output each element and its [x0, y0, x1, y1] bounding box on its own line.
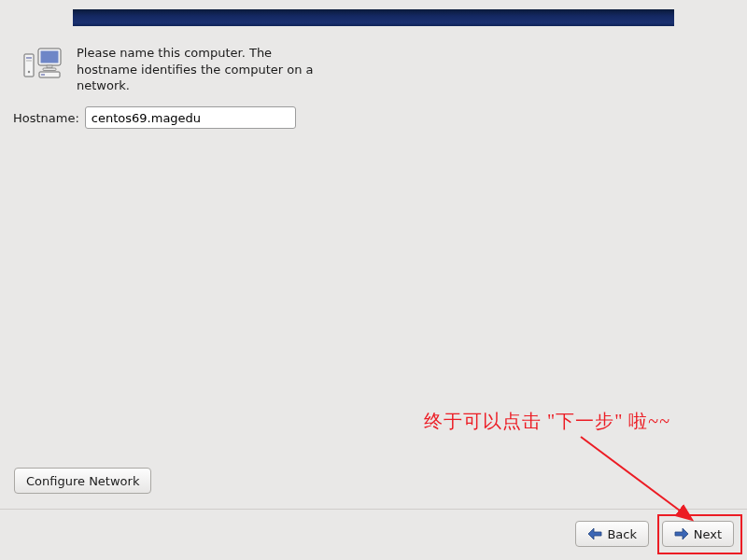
- svg-rect-5: [41, 51, 59, 63]
- svg-rect-2: [26, 60, 32, 62]
- svg-rect-1: [26, 57, 32, 59]
- hostname-label: Hostname:: [13, 111, 79, 125]
- hostname-input[interactable]: [85, 106, 296, 129]
- arrow-left-icon: [587, 527, 602, 540]
- svg-rect-6: [47, 65, 52, 68]
- footer-nav: Back Next: [0, 509, 747, 560]
- back-button-label: Back: [607, 527, 637, 541]
- arrow-right-icon: [674, 527, 689, 540]
- svg-point-3: [28, 71, 30, 73]
- annotation-text: 终于可以点击 "下一步" 啦~~: [424, 409, 670, 434]
- configure-network-button[interactable]: Configure Network: [14, 468, 151, 494]
- header-row: Please name this computer. The hostname …: [22, 45, 329, 94]
- next-button[interactable]: Next: [662, 521, 734, 547]
- hostname-row: Hostname:: [13, 106, 296, 129]
- svg-rect-7: [43, 68, 56, 71]
- svg-line-10: [581, 437, 691, 519]
- back-button[interactable]: Back: [575, 521, 649, 547]
- header-banner: [73, 9, 674, 26]
- svg-rect-9: [41, 74, 45, 76]
- instruction-text: Please name this computer. The hostname …: [77, 45, 329, 94]
- next-button-label: Next: [694, 527, 722, 541]
- network-computer-icon: [22, 45, 63, 80]
